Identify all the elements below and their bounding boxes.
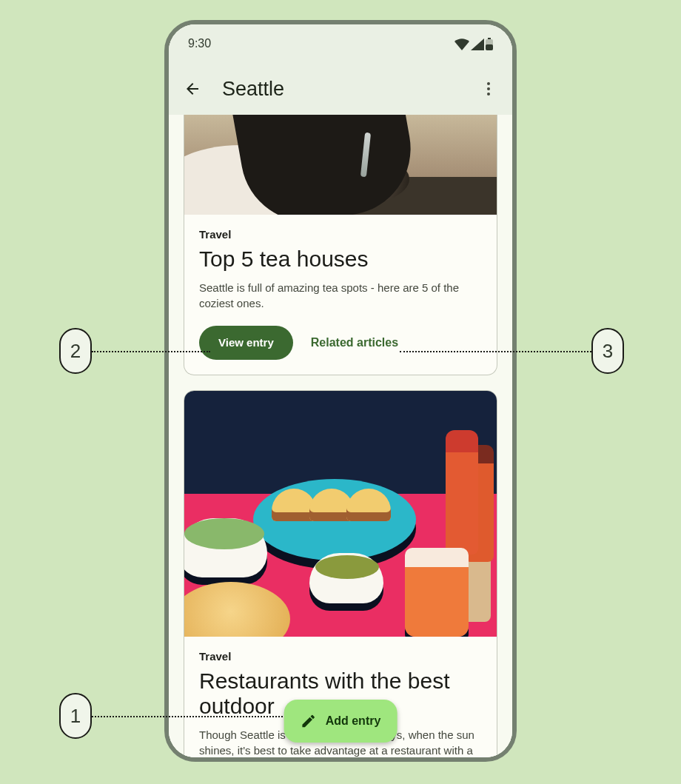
cellular-icon [471,38,484,50]
related-articles-button[interactable]: Related articles [306,326,403,360]
battery-icon [486,38,493,50]
more-vert-icon [480,80,497,98]
status-time: 9:30 [188,37,211,50]
food-illustration [184,391,497,637]
svg-point-5 [487,93,490,96]
add-entry-fab[interactable]: Add entry [284,700,397,743]
annotation-3: 3 [591,328,624,374]
status-bar: 9:30 [169,24,512,63]
annotation-1: 1 [59,693,92,739]
card-category: Travel [199,650,482,663]
device-frame: 9:30 Seattle [164,20,517,762]
screen: 9:30 Seattle [169,24,512,757]
wifi-icon [454,38,469,50]
annotation-3-label: 3 [603,340,613,363]
annotation-2-line [92,351,210,352]
annotation-1-line [92,716,289,717]
fab-label: Add entry [326,714,381,728]
card-body-text: Seattle is full of amazing tea spots - h… [199,280,482,311]
back-button[interactable] [178,74,207,104]
card-actions: View entry Related articles [184,311,497,375]
article-card[interactable]: Travel Top 5 tea houses Seattle is full … [184,115,497,375]
annotation-2: 2 [59,328,92,374]
edit-icon [301,713,317,729]
page-title: Seattle [222,78,459,101]
content-scroll[interactable]: Travel Top 5 tea houses Seattle is full … [169,115,512,757]
more-button[interactable] [474,74,503,104]
svg-rect-0 [488,38,491,39]
svg-point-3 [487,82,490,85]
card-media [184,115,497,215]
annotation-3-line [400,351,591,352]
card-media [184,391,497,637]
tea-illustration [184,115,497,215]
svg-rect-2 [486,44,493,50]
annotation-2-label: 2 [70,340,81,363]
svg-point-4 [487,87,490,90]
card-category: Travel [199,228,482,241]
top-app-bar: Seattle [169,63,512,115]
card-title: Top 5 tea houses [199,247,482,272]
annotation-1-label: 1 [70,705,81,728]
arrow-back-icon [184,80,201,98]
status-icons [454,38,493,50]
view-entry-button[interactable]: View entry [199,326,293,360]
